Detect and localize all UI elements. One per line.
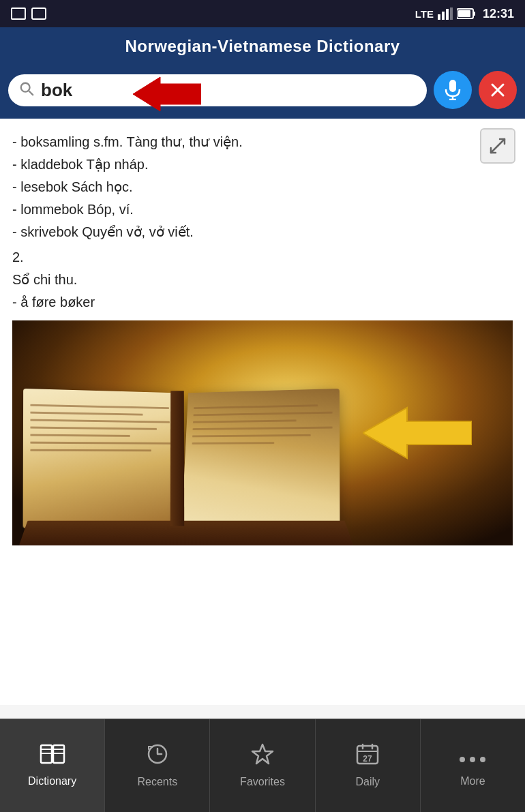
section-2-number: 2.: [12, 246, 513, 269]
definition-content: - boksamling s.fm. Tàng thư, thư viện. -…: [0, 119, 525, 705]
lte-icon: LTE: [415, 8, 434, 20]
status-right-icons: LTE 12:31: [415, 7, 514, 21]
svg-text:27: 27: [363, 754, 373, 764]
svg-marker-9: [133, 77, 201, 111]
search-bar: [0, 64, 525, 119]
nav-item-more[interactable]: More: [421, 719, 525, 812]
svg-point-32: [470, 757, 475, 762]
status-bar: LTE 12:31: [0, 0, 525, 27]
definition-item-3: - lesebok Sách học.: [12, 176, 465, 198]
battery-icon: [457, 7, 476, 20]
search-input-wrapper[interactable]: [8, 74, 427, 106]
definition-item-2: - kladdebok Tập nháp.: [12, 153, 465, 176]
definition-item-1: - boksamling s.fm. Tàng thư, thư viện.: [12, 131, 465, 153]
nav-label-daily: Daily: [355, 776, 380, 788]
clear-search-button[interactable]: [479, 71, 517, 109]
svg-marker-17: [363, 408, 472, 458]
nav-item-favorites[interactable]: Favorites: [210, 719, 315, 812]
expand-button[interactable]: [480, 128, 515, 164]
nav-label-favorites: Favorites: [240, 776, 285, 788]
status-time: 12:31: [483, 7, 514, 21]
book-cover-bottom: [19, 521, 353, 545]
svg-rect-1: [442, 12, 445, 20]
section-2-title: Sổ chi thu.: [12, 269, 513, 291]
section-2-example: - å føre bøker: [12, 291, 513, 314]
definition-item-5: - skrivebok Quyển vở, vở viết.: [12, 221, 465, 243]
red-arrow-search: [133, 74, 201, 115]
svg-rect-6: [458, 10, 470, 17]
clock-icon: [147, 743, 168, 770]
app-title: Norwegian-Vietnamese Dictionary: [125, 37, 400, 55]
definition-list: - boksamling s.fm. Tàng thư, thư viện. -…: [12, 131, 513, 243]
nav-item-recents[interactable]: Recents: [105, 719, 210, 812]
bottom-navigation: Dictionary Recents Favorites: [0, 719, 525, 812]
svg-line-15: [498, 139, 505, 146]
page-lines: [23, 389, 179, 467]
status-left-icons: [11, 0, 46, 27]
book-spine-center: [170, 391, 184, 526]
book-left-page: [23, 389, 181, 528]
signal-icon: [438, 7, 453, 20]
android-icon: [31, 7, 46, 20]
svg-rect-0: [438, 14, 440, 20]
search-icon: [19, 81, 34, 100]
nav-label-more: More: [460, 775, 485, 787]
nav-item-daily[interactable]: 27 Daily: [316, 719, 421, 812]
svg-rect-2: [446, 9, 449, 20]
book-icon: [40, 744, 65, 770]
book-right-page: [182, 389, 340, 528]
svg-rect-3: [450, 7, 453, 20]
svg-point-33: [480, 757, 485, 762]
svg-marker-25: [252, 745, 273, 764]
svg-rect-10: [449, 80, 456, 92]
svg-line-16: [491, 146, 498, 153]
star-icon: [251, 743, 274, 770]
calendar-icon: 27: [356, 743, 379, 770]
svg-point-31: [460, 757, 465, 762]
dots-icon: [459, 745, 486, 770]
page-lines-right: [185, 389, 340, 460]
yellow-arrow-image: [363, 402, 472, 464]
nav-label-recents: Recents: [137, 776, 177, 788]
svg-line-8: [29, 91, 33, 95]
app-header: Norwegian-Vietnamese Dictionary: [0, 27, 525, 64]
nav-label-dictionary: Dictionary: [28, 775, 76, 787]
search-input[interactable]: [41, 80, 416, 101]
definition-item-4: - lommebok Bóp, ví.: [12, 198, 465, 221]
nav-item-dictionary[interactable]: Dictionary: [0, 719, 105, 812]
svg-rect-5: [473, 12, 475, 16]
microphone-button[interactable]: [434, 71, 472, 109]
sim-icon: [11, 7, 26, 20]
book-image: [12, 320, 513, 545]
